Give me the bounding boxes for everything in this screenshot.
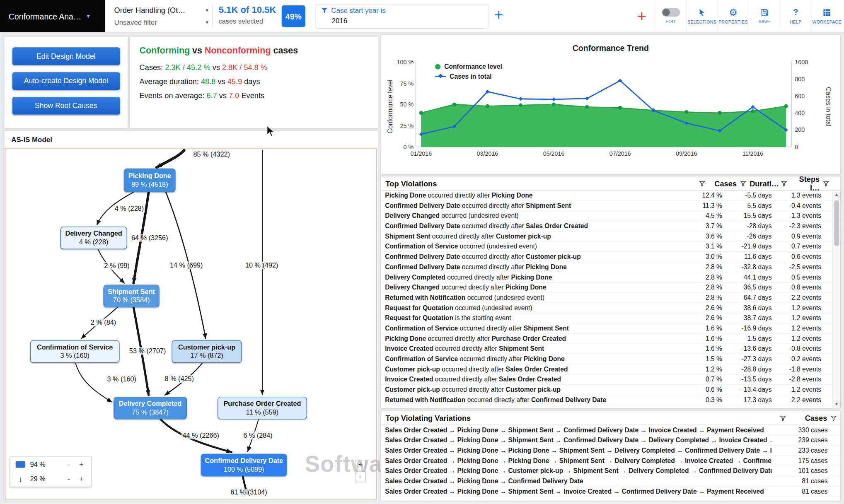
violation-cases: 1.2 % xyxy=(675,364,727,374)
conformance-trend-panel: Conformance Trend Conformance level Case… xyxy=(381,35,840,174)
toolbar: EDIT SELECTIONS ⚙ PROPERTIES SAVE ? HELP… xyxy=(655,0,842,32)
table-row[interactable]: Delivery Changed occurred (undesired eve… xyxy=(381,211,840,221)
column-cases[interactable]: Cases xyxy=(709,179,737,188)
column-duration[interactable]: Durati… xyxy=(750,179,778,188)
table-row[interactable]: Delivery Completed occurred directly aft… xyxy=(381,272,840,283)
node-plus-button[interactable]: + xyxy=(77,460,86,469)
node-shipment-sent[interactable]: Shipment Sent70 % (3584) xyxy=(104,285,160,308)
table-row[interactable]: Sales Order Created → Picking Done → Shi… xyxy=(381,435,840,446)
column-steps[interactable]: Steps I… xyxy=(791,175,820,192)
filter-chip[interactable]: Case start year is 2016 xyxy=(321,7,386,25)
edge-label: 61 % (3104) xyxy=(230,489,268,496)
violation-steps: 1.3 events xyxy=(776,191,826,200)
edge-label: 3 % (160) xyxy=(106,376,138,383)
node-delivery-changed[interactable]: Delivery Changed4 % (228) xyxy=(60,227,127,249)
edge-label: 8 % (425) xyxy=(164,375,195,383)
table-row[interactable]: Sales Order Created → Picking Done → Con… xyxy=(381,476,840,487)
violation-text: Confirmed Delivery Date occurred directl… xyxy=(381,262,675,272)
table-row[interactable]: Sales Order Created → Picking Done → Shi… xyxy=(381,487,840,497)
auto-create-design-model-button[interactable]: Auto-create Design Model xyxy=(12,72,120,90)
table-row[interactable]: Confirmed Delivery Date occurred directl… xyxy=(381,262,840,272)
table-row[interactable]: Sales Order Created → Picking Done → Pic… xyxy=(381,456,840,466)
add-filter-button[interactable]: + xyxy=(494,7,503,24)
app-switcher[interactable]: Conformance Ana… ▾ xyxy=(0,0,105,32)
top-violating-variations-panel: Top Violating Variations Cases Sales Ord… xyxy=(381,411,840,501)
properties-button[interactable]: ⚙ PROPERTIES xyxy=(717,0,748,32)
violation-duration: 15.5 days xyxy=(727,211,777,220)
violation-duration: 44.1 days xyxy=(727,272,777,282)
violation-steps: -0.8 events xyxy=(776,344,826,354)
summary-title: Conforming vs Nonconforming cases xyxy=(140,45,368,55)
process-edges xyxy=(5,149,376,499)
filter-icon[interactable] xyxy=(780,415,786,421)
table-row[interactable]: Sales Order Created → Picking Done → Cus… xyxy=(381,466,840,477)
toggle-knob xyxy=(662,9,670,16)
save-button[interactable]: SAVE xyxy=(749,0,780,32)
violation-text: Returned with Notification occurred dire… xyxy=(381,395,675,405)
process-diagram[interactable]: Picking Done89 % (4518) Delivery Changed… xyxy=(5,149,377,499)
node-picking-done[interactable]: Picking Done89 % (4518) xyxy=(124,169,176,192)
table-row[interactable]: Confirmation of Service occurred directl… xyxy=(381,323,840,334)
filter-icon[interactable] xyxy=(823,180,829,187)
edit-toggle[interactable] xyxy=(662,8,680,17)
violation-text: Confirmed Delivery Date occurred directl… xyxy=(381,252,675,261)
scrollbar[interactable]: ▲ ▼ xyxy=(832,191,840,408)
violation-duration: 38.6 days xyxy=(727,303,777,313)
table-row[interactable]: Sales Order Created → Picking Done → Shi… xyxy=(381,425,840,436)
table-row[interactable]: Invoice Created occurred directly after … xyxy=(381,344,840,354)
table-row[interactable]: Confirmation of Service occurred (undesi… xyxy=(381,242,840,252)
node-minus-button[interactable]: - xyxy=(65,460,72,469)
table-row[interactable]: Shipment Sent occurred directly after Cu… xyxy=(381,232,840,242)
node-customer-pick-up[interactable]: Customer pick-up17 % (872) xyxy=(172,340,242,363)
table-row[interactable]: Customer pick-up occurred directly after… xyxy=(381,364,840,375)
add-widget-button[interactable]: + xyxy=(637,7,647,25)
violation-duration: -21.9 days xyxy=(727,242,777,251)
node-confirmation-of-service[interactable]: Confirmation of Service3 % (160) xyxy=(30,340,120,363)
violation-text: Shipment Sent occurred directly after Cu… xyxy=(381,232,675,241)
table-row[interactable]: Picking Done occurred directly after Pic… xyxy=(381,191,840,201)
violation-text: Confirmed Delivery Date occurred directl… xyxy=(381,221,675,231)
filter-icon[interactable] xyxy=(740,180,747,187)
filter-icon[interactable] xyxy=(830,415,837,421)
filter-icon[interactable] xyxy=(781,180,788,187)
filter-dropdown[interactable]: Unsaved filter ▾ xyxy=(114,16,208,29)
workspace-button[interactable]: WORKSPACE xyxy=(811,0,842,32)
edge-plus-button[interactable]: + xyxy=(77,475,86,483)
table-row[interactable]: Returned with Notification occurred (und… xyxy=(381,293,840,303)
violation-cases: 1.6 % xyxy=(675,323,727,333)
violation-cases: 2.6 % xyxy=(675,313,727,323)
table-row[interactable]: Confirmed Delivery Date occurred directl… xyxy=(381,201,840,211)
table-row[interactable]: Confirmation of Service occurred directl… xyxy=(381,354,840,364)
show-root-causes-button[interactable]: Show Root Causes xyxy=(12,97,120,115)
violation-cases: 3.1 % xyxy=(675,242,727,251)
help-button[interactable]: ? HELP xyxy=(780,0,811,32)
process-dropdown[interactable]: Order Handling (Ot… ▾ xyxy=(114,4,208,16)
table-row[interactable]: Request for Quotation occurred (undesire… xyxy=(381,303,840,313)
scroll-down-button[interactable]: ▼ xyxy=(833,400,840,408)
table-row[interactable]: Invoice Created occurred directly after … xyxy=(381,375,840,385)
edit-toggle-item[interactable]: EDIT xyxy=(655,0,686,32)
variation-text: Sales Order Created → Picking Done → Cus… xyxy=(381,466,772,476)
violation-cases: 2.6 % xyxy=(675,303,727,313)
node-purchase-order-created[interactable]: Purchase Order Created11 % (559) xyxy=(218,397,307,420)
table-row[interactable]: Returned with Notification occurred dire… xyxy=(381,395,840,405)
scroll-thumb[interactable] xyxy=(834,200,839,246)
edit-design-model-button[interactable]: Edit Design Model xyxy=(12,47,120,65)
column-variation-cases[interactable]: Cases xyxy=(789,414,827,422)
table-row[interactable]: Request for Quotation is the starting ev… xyxy=(381,313,840,323)
filter-icon[interactable] xyxy=(699,180,706,187)
violation-duration: 17.3 days xyxy=(727,395,777,405)
node-confirmed-delivery-date[interactable]: Confirmed Delivery Date100 % (5099) xyxy=(201,454,287,477)
table-row[interactable]: Confirmed Delivery Date occurred directl… xyxy=(381,252,840,262)
table-row[interactable]: Picking Done occurred directly after Pur… xyxy=(381,334,840,344)
edge-minus-button[interactable]: - xyxy=(65,475,72,483)
node-delivery-completed[interactable]: Delivery Completed75 % (3847) xyxy=(114,397,187,420)
selections-button[interactable]: SELECTIONS xyxy=(686,0,717,32)
table-row[interactable]: Delivery Changed occurred directly after… xyxy=(381,282,840,293)
variations-title: Top Violating Variations xyxy=(381,414,471,422)
variations-table: Sales Order Created → Picking Done → Shi… xyxy=(381,425,840,497)
scroll-up-button[interactable]: ▲ xyxy=(833,191,840,198)
table-row[interactable]: Customer pick-up occurred directly after… xyxy=(381,385,840,395)
table-row[interactable]: Sales Order Created → Picking Done → Pic… xyxy=(381,446,840,456)
table-row[interactable]: Confirmed Delivery Date occurred directl… xyxy=(381,221,840,232)
